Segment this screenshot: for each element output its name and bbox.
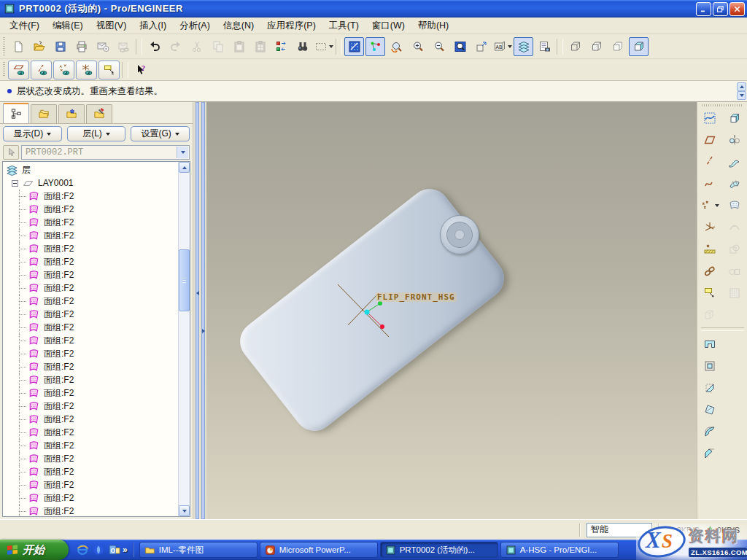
layer-tree-item[interactable]: 面组:F2 [6, 413, 177, 426]
axis-display-button[interactable] [31, 61, 52, 79]
quick-launch-overflow[interactable]: » [123, 545, 128, 555]
menu-item-0[interactable]: 文件(F) [3, 18, 46, 34]
layer-tree-item[interactable]: 面组:F2 [6, 334, 177, 347]
select-box-button[interactable] [314, 37, 333, 56]
csys-display-button[interactable] [76, 61, 97, 79]
tab-connections[interactable] [86, 104, 112, 123]
layer-tree-item[interactable]: 面组:F2 [6, 229, 177, 242]
shaded-button[interactable] [629, 37, 649, 56]
layer-tree-item[interactable]: 面组:F2 [6, 190, 177, 203]
show-menu-button[interactable]: 显示(D) [3, 126, 62, 141]
layer-tree-item[interactable]: 面组:F2 [6, 386, 177, 400]
hidden-line-button[interactable] [587, 37, 606, 56]
layer-tree-item[interactable]: 面组:F2 [6, 400, 177, 413]
annotation-display-button[interactable] [98, 61, 120, 79]
cut-button[interactable] [187, 37, 206, 56]
hole-tool-button[interactable] [700, 334, 721, 354]
new-file-button[interactable] [8, 37, 28, 56]
email-button[interactable] [93, 37, 112, 56]
tree-scrollbar[interactable] [178, 162, 190, 516]
tree-root-row[interactable]: 层 [6, 163, 177, 176]
spin-center-button[interactable] [365, 37, 385, 56]
sketch-display-button[interactable] [344, 37, 364, 56]
restore-button[interactable] [713, 2, 728, 16]
link-tool-button[interactable] [700, 261, 721, 281]
pane-splitter[interactable] [193, 102, 206, 519]
copy-geometry-tool-button[interactable] [700, 305, 721, 324]
layer-tree-item[interactable]: 面组:F2 [6, 465, 177, 478]
reorient-button[interactable] [471, 37, 491, 56]
rib-tool-button[interactable] [700, 378, 721, 397]
redo-button[interactable] [166, 37, 185, 56]
offset-point-tool-button[interactable] [700, 239, 721, 259]
menu-item-2[interactable]: 视图(V) [90, 18, 133, 34]
scroll-up-icon[interactable] [737, 82, 746, 91]
round-tool-button[interactable] [700, 421, 721, 441]
layer-menu-button[interactable]: 层(L) [67, 126, 126, 141]
revolve-tool-button[interactable] [724, 130, 746, 149]
extrude-tool-button[interactable] [724, 108, 746, 128]
style-tool-button[interactable] [700, 108, 721, 128]
chamfer-tool-button[interactable] [700, 443, 721, 463]
menu-item-1[interactable]: 编辑(E) [46, 18, 90, 34]
point-display-button[interactable] [53, 61, 74, 79]
scroll-up-icon[interactable] [179, 162, 190, 173]
layer-tree-item[interactable]: 面组:F2 [6, 308, 177, 321]
save-button[interactable] [50, 37, 70, 56]
layer-tree-item[interactable]: 面组:F2 [6, 255, 177, 268]
tab-model-tree[interactable] [3, 103, 29, 123]
layer-tree-item[interactable]: 面组:F2 [6, 321, 177, 334]
plane-display-button[interactable] [8, 61, 29, 79]
grid-tool-button[interactable] [724, 283, 746, 303]
ie-quicklaunch-icon[interactable] [76, 543, 89, 556]
scrollbar-thumb[interactable] [179, 249, 190, 311]
chevron-down-icon[interactable] [177, 147, 188, 158]
taskbar-window-button-3[interactable]: A-HSG - Pro/ENGI... [500, 542, 619, 558]
blend-tool-button[interactable] [724, 174, 746, 193]
layer-tree-item[interactable]: 面组:F2 [6, 360, 177, 373]
undo-button[interactable] [144, 37, 164, 56]
curve-tool-button[interactable] [700, 174, 721, 193]
layer-tree-item[interactable]: 面组:F2 [6, 452, 177, 465]
layers-button[interactable] [514, 37, 533, 56]
scroll-down-icon[interactable] [737, 91, 746, 100]
layer-tree-item[interactable]: 面组:F2 [6, 295, 177, 308]
regenerate-button[interactable] [271, 37, 291, 56]
menu-item-3[interactable]: 插入(I) [133, 18, 173, 34]
select-arrow-button[interactable] [3, 145, 19, 160]
menu-item-9[interactable]: 帮助(H) [411, 18, 455, 34]
collapse-expander-icon[interactable] [12, 180, 18, 187]
no-hidden-button[interactable] [608, 37, 627, 56]
model-selector[interactable]: PRT0002.PRT [21, 145, 190, 160]
mirror-tool-button[interactable] [724, 261, 746, 281]
saved-views-button[interactable]: AB [492, 37, 512, 56]
paste-special-button[interactable] [250, 37, 270, 56]
start-button[interactable]: 开始 [0, 540, 69, 560]
layer-tree-item[interactable]: 面组:F2 [6, 281, 177, 295]
menu-item-5[interactable]: 信息(N) [217, 18, 260, 34]
refit-button[interactable] [450, 37, 470, 56]
open-file-button[interactable] [29, 37, 49, 56]
surface-tool-button[interactable] [724, 195, 746, 215]
taskbar-window-button-0[interactable]: IML--零件图 [139, 542, 258, 558]
message-scrollbar[interactable] [737, 82, 746, 100]
datum-plane-tool-button[interactable] [700, 130, 721, 149]
annotation-tool-button[interactable] [700, 283, 721, 303]
menu-item-8[interactable]: 窗口(W) [365, 18, 411, 34]
layer-tree-item[interactable]: 面组:F2 [6, 347, 177, 360]
tree-layer-row[interactable]: LAY0001 [6, 176, 177, 190]
layer-tree-item[interactable]: 面组:F2 [6, 491, 177, 505]
csys-marker[interactable] [316, 277, 418, 350]
layer-tree-item[interactable]: 面组:F2 [6, 426, 177, 439]
minimize-button[interactable] [696, 2, 711, 16]
select-box-dropdown-icon[interactable] [329, 45, 333, 48]
graphics-viewport[interactable]: FLIP_FRONT_HSG [206, 102, 697, 519]
wireframe-button[interactable] [565, 37, 585, 56]
menu-item-7[interactable]: 工具(T) [322, 18, 365, 34]
messenger-quicklaunch-icon[interactable] [92, 543, 105, 556]
collapse-right-handle[interactable] [201, 102, 205, 519]
datum-point-tool-button[interactable] [700, 195, 721, 215]
email-link-button[interactable] [114, 37, 133, 56]
menu-item-6[interactable]: 应用程序(P) [260, 18, 322, 34]
datum-point-tool-dropdown-icon[interactable] [715, 204, 719, 207]
